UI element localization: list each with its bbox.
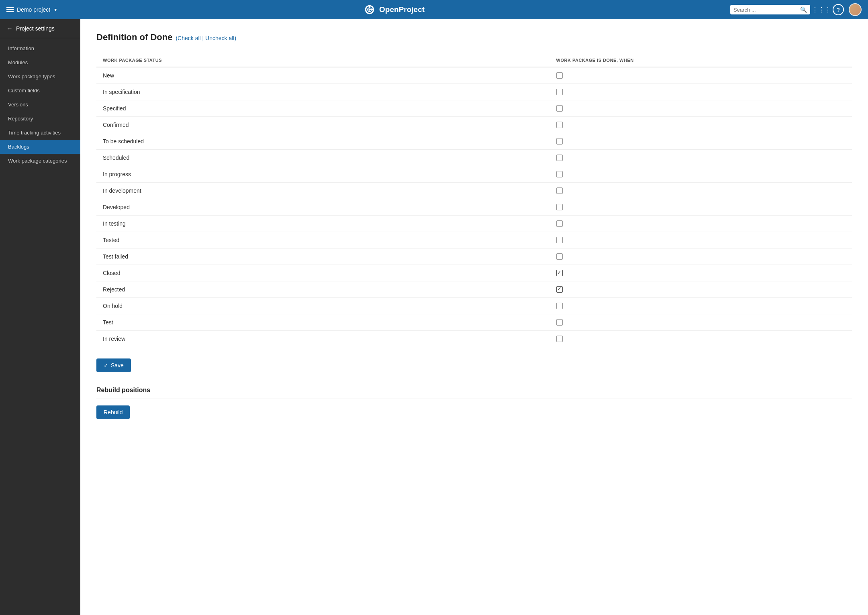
status-name-cell: Test failed	[96, 248, 550, 265]
save-checkmark-icon: ✓	[104, 362, 108, 369]
status-done-cell	[550, 150, 852, 166]
sidebar-item-repository[interactable]: Repository	[0, 112, 80, 126]
status-name-cell: New	[96, 67, 550, 84]
status-done-cell	[550, 298, 852, 314]
sidebar-item-work-package-categories[interactable]: Work package categories	[0, 154, 80, 168]
status-done-cell	[550, 133, 852, 150]
status-checkbox-specified[interactable]	[556, 105, 563, 112]
layout: ← Project settings InformationModulesWor…	[0, 19, 868, 615]
status-table-body: NewIn specificationSpecifiedConfirmedTo …	[96, 67, 852, 347]
search-input[interactable]	[733, 7, 798, 13]
table-row: Rejected	[96, 281, 852, 298]
sidebar-item-information[interactable]: Information	[0, 41, 80, 55]
status-checkbox-closed[interactable]	[556, 270, 563, 276]
status-name-cell: Developed	[96, 199, 550, 216]
sidebar-item-work-package-types[interactable]: Work package types	[0, 69, 80, 83]
status-checkbox-rejected[interactable]	[556, 286, 563, 293]
status-name-cell: Tested	[96, 232, 550, 248]
status-checkbox-confirmed[interactable]	[556, 122, 563, 128]
sidebar-item-custom-fields[interactable]: Custom fields	[0, 83, 80, 98]
page-title: Definition of Done	[96, 32, 172, 43]
page-title-area: Definition of Done (Check all | Uncheck …	[96, 32, 852, 43]
grid-menu-button[interactable]: ⋮⋮⋮	[815, 3, 828, 16]
status-checkbox-in-review[interactable]	[556, 336, 563, 342]
status-checkbox-on-hold[interactable]	[556, 303, 563, 309]
user-avatar[interactable]	[849, 3, 862, 16]
status-done-cell	[550, 117, 852, 133]
status-done-cell	[550, 199, 852, 216]
status-checkbox-test-failed[interactable]	[556, 253, 563, 260]
project-name: Demo project	[17, 6, 50, 13]
col-header-status: WORK PACKAGE STATUS	[96, 54, 550, 67]
project-dropdown-icon[interactable]: ▼	[53, 8, 57, 12]
sidebar-item-time-tracking[interactable]: Time tracking activities	[0, 126, 80, 140]
status-checkbox-new[interactable]	[556, 72, 563, 79]
top-nav-center: OpenProject	[57, 3, 730, 16]
status-checkbox-in-development[interactable]	[556, 187, 563, 194]
back-button[interactable]: ←	[6, 25, 13, 32]
search-icon-button[interactable]: 🔍	[800, 6, 807, 13]
table-row: In testing	[96, 216, 852, 232]
status-checkbox-in-testing[interactable]	[556, 220, 563, 227]
status-table: WORK PACKAGE STATUS WORK PACKAGE IS DONE…	[96, 54, 852, 347]
save-button[interactable]: ✓ Save	[96, 358, 131, 372]
status-done-cell	[550, 67, 852, 84]
status-done-cell	[550, 84, 852, 100]
pipe-separator: |	[202, 35, 206, 41]
project-selector[interactable]: Demo project ▼	[6, 6, 57, 13]
table-header: WORK PACKAGE STATUS WORK PACKAGE IS DONE…	[96, 54, 852, 67]
status-name-cell: Test	[96, 314, 550, 331]
sidebar-nav: InformationModulesWork package typesCust…	[0, 38, 80, 171]
rebuild-section: Rebuild positions Rebuild	[96, 387, 852, 419]
logo-text: OpenProject	[379, 5, 425, 14]
rebuild-divider	[96, 399, 852, 399]
table-row: New	[96, 67, 852, 84]
table-row: Confirmed	[96, 117, 852, 133]
sidebar: ← Project settings InformationModulesWor…	[0, 19, 80, 615]
table-row: In progress	[96, 166, 852, 183]
table-row: Specified	[96, 100, 852, 117]
status-done-cell	[550, 331, 852, 347]
hamburger-menu[interactable]	[6, 7, 14, 12]
status-done-cell	[550, 166, 852, 183]
sidebar-item-modules[interactable]: Modules	[0, 55, 80, 69]
rebuild-section-title: Rebuild positions	[96, 387, 852, 394]
sidebar-item-backlogs[interactable]: Backlogs	[0, 140, 80, 154]
status-done-cell	[550, 183, 852, 199]
table-row: In development	[96, 183, 852, 199]
sidebar-header: ← Project settings	[0, 19, 80, 38]
main-content: Definition of Done (Check all | Uncheck …	[80, 19, 868, 615]
status-done-cell	[550, 216, 852, 232]
openproject-logo-icon	[363, 3, 376, 16]
status-checkbox-in-specification[interactable]	[556, 89, 563, 95]
status-name-cell: Closed	[96, 265, 550, 281]
status-checkbox-in-progress[interactable]	[556, 171, 563, 177]
table-row: In review	[96, 331, 852, 347]
status-done-cell	[550, 100, 852, 117]
search-box[interactable]: 🔍	[730, 5, 810, 14]
table-row: In specification	[96, 84, 852, 100]
status-done-cell	[550, 232, 852, 248]
help-button[interactable]: ?	[833, 4, 844, 15]
table-row: Tested	[96, 232, 852, 248]
status-checkbox-scheduled[interactable]	[556, 155, 563, 161]
status-name-cell: On hold	[96, 298, 550, 314]
status-checkbox-test[interactable]	[556, 319, 563, 326]
uncheck-all-link[interactable]: Uncheck all	[205, 35, 234, 41]
status-name-cell: In review	[96, 331, 550, 347]
check-all-link[interactable]: Check all	[178, 35, 201, 41]
status-done-cell	[550, 265, 852, 281]
status-name-cell: Rejected	[96, 281, 550, 298]
table-row: Test failed	[96, 248, 852, 265]
col-header-done: WORK PACKAGE IS DONE, WHEN	[550, 54, 852, 67]
status-checkbox-developed[interactable]	[556, 204, 563, 210]
table-row: Developed	[96, 199, 852, 216]
status-name-cell: To be scheduled	[96, 133, 550, 150]
rebuild-button[interactable]: Rebuild	[96, 405, 130, 419]
status-checkbox-tested[interactable]	[556, 237, 563, 243]
status-done-cell	[550, 248, 852, 265]
table-row: Closed	[96, 265, 852, 281]
status-checkbox-to-be-scheduled[interactable]	[556, 138, 563, 145]
sidebar-item-versions[interactable]: Versions	[0, 98, 80, 112]
status-name-cell: Specified	[96, 100, 550, 117]
